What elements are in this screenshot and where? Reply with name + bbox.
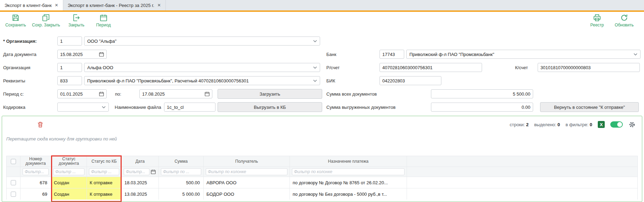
requisites-select-value: Приволжский ф-л ПАО "Промсвязьбанк", Рас… xyxy=(87,78,311,83)
select-all-checkbox[interactable] xyxy=(11,159,16,164)
settings-gear-icon[interactable] xyxy=(628,121,636,128)
period-to-input[interactable]: 17.08.2025 xyxy=(139,89,212,98)
requisites-code-input[interactable] xyxy=(57,76,82,85)
bik-input[interactable] xyxy=(380,76,441,85)
filtered-count: в фильтре: 0 xyxy=(565,122,592,127)
filter-purpose-cell xyxy=(290,167,407,177)
grid-stats: строки: 2 выделено: 0 в фильтре: 0 X xyxy=(510,121,636,128)
column-header-date[interactable]: Дата xyxy=(122,156,159,167)
filename-input[interactable] xyxy=(164,103,215,112)
calendar-icon xyxy=(99,14,108,22)
cell-kb-status: К отправке xyxy=(87,188,122,200)
table-row[interactable]: 678 Создан К отправке 18.03.2025 500.00 … xyxy=(7,177,637,188)
form-row-period-totals: Период с: 01.01.2025 по: 17.08.2025 Загр… xyxy=(3,87,641,100)
corr-account-input[interactable] xyxy=(538,63,640,72)
exported-sum-input[interactable] xyxy=(431,103,533,112)
filter-status-cell xyxy=(51,167,87,177)
load-button[interactable]: Загрузить xyxy=(218,89,322,99)
filter-number-cell xyxy=(21,167,51,177)
documents-table: Номер документа Статус документа Статус … xyxy=(6,156,638,200)
filter-sum-input[interactable] xyxy=(161,168,201,175)
filter-number-input[interactable] xyxy=(23,168,49,175)
export-to-kb-button[interactable]: Выгрузить в КБ xyxy=(218,102,322,112)
organization-label: Организация xyxy=(3,65,57,70)
filter-date-input[interactable] xyxy=(124,168,149,175)
tab-close-icon[interactable]: ✕ xyxy=(157,3,161,7)
table-row[interactable]: 69 Создан К отправке 13.08.2025 5 000.00… xyxy=(7,188,637,200)
tab-export-label: Экспорт в клиент-банк xyxy=(5,3,52,8)
save-button[interactable]: Сохранить xyxy=(5,14,26,27)
column-header-kb-status[interactable]: Статус по КБ xyxy=(87,156,122,167)
filter-purpose-input[interactable] xyxy=(292,168,405,175)
calendar-icon[interactable] xyxy=(99,91,104,96)
encoding-select[interactable] xyxy=(57,103,109,112)
delete-icon[interactable] xyxy=(37,121,44,128)
documents-grid-panel: строки: 2 выделено: 0 в фильтре: 0 X Пер… xyxy=(2,116,642,202)
row-checkbox[interactable] xyxy=(11,192,16,197)
organization-select[interactable]: Альфа ООО xyxy=(84,63,320,72)
column-header-purpose[interactable]: Назначение платежа xyxy=(290,156,407,167)
filter-toggle[interactable] xyxy=(610,121,623,128)
toolbar-left-group: Сохранить Сохр. Закрыть Закрыть Период xyxy=(5,14,114,27)
calendar-icon[interactable] xyxy=(99,52,104,57)
bank-label: Банк xyxy=(326,52,380,57)
organization-required-code-input[interactable] xyxy=(57,37,82,46)
bank-select[interactable]: Приволжский ф-л ПАО "Промсвязьбанк" xyxy=(406,50,641,59)
tab-register-label: Экспорт в клиент-банк - Реестр за 2025 г… xyxy=(68,3,154,8)
encoding-label: Кодировка xyxy=(3,105,57,110)
filter-kb-status-input[interactable] xyxy=(89,168,119,175)
excel-export-icon[interactable]: X xyxy=(598,121,605,128)
chevron-down-icon xyxy=(313,80,317,82)
column-header-status[interactable]: Статус документа xyxy=(51,156,87,167)
period-button-label: Период xyxy=(96,23,111,27)
close-button[interactable]: Закрыть xyxy=(66,14,87,27)
save-close-button[interactable]: Сохр. Закрыть xyxy=(32,14,60,27)
cell-purpose: по договору № Без договора - 5000 руб.,в… xyxy=(290,188,407,200)
bik-label: БИК xyxy=(326,78,380,83)
selected-count-label: выделено: xyxy=(534,122,556,127)
account-label: Р/счет xyxy=(326,65,380,70)
form-row-organization-required: * Организация: ООО "Альфа" xyxy=(3,34,641,48)
tab-register[interactable]: Экспорт в клиент-банк - Реестр за 2025 г… xyxy=(63,0,166,10)
column-header-sum[interactable]: Сумма xyxy=(159,156,204,167)
chevron-down-icon xyxy=(313,40,317,42)
calendar-icon[interactable] xyxy=(151,169,156,174)
return-status-button[interactable]: Вернуть в состояние "К отправке" xyxy=(540,102,639,112)
cell-sum: 5 000.00 xyxy=(159,188,204,200)
tab-export[interactable]: Экспорт в клиент-банк ✕ xyxy=(0,0,63,10)
document-date-input[interactable]: 15.08.2025 xyxy=(57,50,107,59)
refresh-button[interactable]: Обновить xyxy=(613,14,635,27)
filter-empty-cell xyxy=(407,167,637,177)
table-filter-row xyxy=(7,167,637,177)
row-checkbox[interactable] xyxy=(11,180,16,185)
refresh-icon xyxy=(620,14,628,22)
cell-recipient: АВРОРА ООО xyxy=(204,177,290,188)
cell-kb-status: К отправке xyxy=(87,177,122,188)
total-sum-input[interactable] xyxy=(431,89,533,98)
register-button[interactable]: Реестр xyxy=(586,14,608,27)
cell-number: 678 xyxy=(21,177,51,188)
period-button[interactable]: Период xyxy=(93,14,114,27)
account-input[interactable] xyxy=(380,63,482,72)
bank-select-value: Приволжский ф-л ПАО "Промсвязьбанк" xyxy=(409,52,631,57)
cell-date: 18.03.2025 xyxy=(122,177,159,188)
filter-status-input[interactable] xyxy=(53,168,84,175)
cell-purpose: по договору № Договор № 8765 от 26.02.20… xyxy=(290,177,407,188)
filter-recipient-input[interactable] xyxy=(206,168,287,175)
filter-kb-status-cell xyxy=(87,167,122,177)
column-header-recipient[interactable]: Получатель xyxy=(204,156,290,167)
tab-close-icon[interactable]: ✕ xyxy=(55,3,58,7)
cell-number: 69 xyxy=(21,188,51,200)
document-date-value: 15.08.2025 xyxy=(60,52,83,57)
period-from-input[interactable]: 01.01.2025 xyxy=(57,89,107,98)
organization-required-select[interactable]: ООО "Альфа" xyxy=(84,37,320,46)
organization-select-value: Альфа ООО xyxy=(87,65,311,70)
save-icon xyxy=(11,14,20,22)
requisites-select[interactable]: Приволжский ф-л ПАО "Промсвязьбанк", Рас… xyxy=(84,76,320,85)
column-header-number[interactable]: Номер документа xyxy=(21,156,51,167)
calendar-icon[interactable] xyxy=(205,91,210,96)
cell-empty xyxy=(407,188,637,200)
bank-code-input[interactable] xyxy=(380,50,404,59)
column-header-empty xyxy=(407,156,637,167)
organization-code-input[interactable] xyxy=(57,63,82,72)
